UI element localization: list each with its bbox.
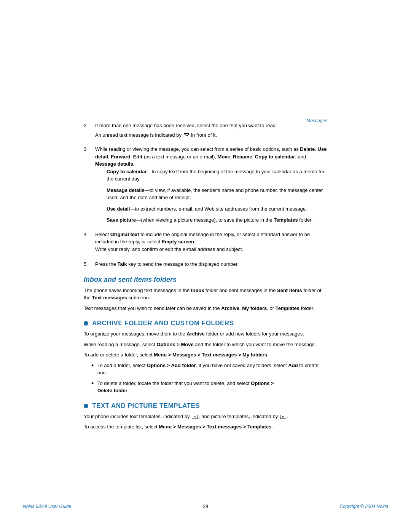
archive-bullet-list: • To add a folder, select Options > Add …	[91, 362, 327, 395]
item-2-sub: An unread text message is indicated by i…	[95, 131, 327, 139]
archive-section: ARCHIVE FOLDER AND CUSTOM FOLDERS To org…	[84, 320, 327, 395]
text-template-icon: T	[192, 415, 198, 419]
page: Messages 2 If more than one message has …	[0, 0, 411, 532]
page-category: Messages	[306, 118, 327, 123]
templates-heading: TEXT AND PICTURE TEMPLATES	[92, 402, 200, 410]
sub-message-details: Message details—to view, if available, t…	[107, 187, 327, 201]
item-3-text: While reading or viewing the message, yo…	[95, 146, 327, 167]
bullet-add-content: To add a folder, select Options > Add fo…	[97, 362, 327, 377]
templates-heading-container: TEXT AND PICTURE TEMPLATES	[84, 402, 327, 410]
archive-para3: To add or delete a folder, select Menu >…	[84, 351, 327, 359]
item-number-5: 5	[84, 260, 95, 268]
templates-bullet	[84, 404, 88, 408]
page-footer: Nokia 6820i User Guide 29 Copyright © 20…	[23, 504, 388, 509]
bullet-dot-add: •	[91, 362, 97, 377]
bullet-delete-content: To delete a folder, locate the folder th…	[97, 380, 327, 395]
inbox-para2: Text messages that you wish to send late…	[84, 305, 327, 312]
category-label: Messages	[306, 118, 327, 123]
numbered-item-2: 2 If more than one message has been rece…	[84, 122, 327, 142]
item-content-4: Select Original text to include the orig…	[95, 231, 327, 257]
item-content-5: Press the Talk key to send the message t…	[95, 260, 327, 268]
numbered-item-5: 5 Press the Talk key to send the message…	[84, 260, 327, 268]
archive-bullet-delete: • To delete a folder, locate the folder …	[91, 380, 327, 395]
content-area: Messages 2 If more than one message has …	[61, 0, 350, 473]
templates-section: TEXT AND PICTURE TEMPLATES Your phone in…	[84, 402, 327, 431]
inbox-para1: The phone saves incoming text messages i…	[84, 287, 327, 302]
archive-bullet	[84, 321, 88, 326]
bullet-dot-delete: •	[91, 380, 97, 395]
footer-page-number: 29	[203, 504, 208, 509]
item-2-text: If more than one message has been receiv…	[95, 123, 277, 128]
templates-para2: To access the template list, select Menu…	[84, 423, 327, 431]
templates-para1: Your phone includes text templates, indi…	[84, 413, 327, 420]
picture-template-icon: P	[280, 415, 286, 419]
item-content-2: If more than one message has been receiv…	[95, 122, 327, 142]
item-number-2: 2	[84, 122, 95, 142]
archive-para1: To organize your messages, move them to …	[84, 330, 327, 338]
item-content-3: While reading or viewing the message, yo…	[95, 145, 327, 227]
sub-use-detail: Use detail—to extract numbers, e-mail, a…	[107, 205, 327, 213]
archive-heading-container: ARCHIVE FOLDER AND CUSTOM FOLDERS	[84, 320, 327, 327]
item-5-text: Press the Talk key to send the message t…	[95, 261, 239, 267]
sub-copy-to-calendar: Copy to calendar—to copy text from the b…	[107, 168, 327, 183]
footer-right: Copyright © 2004 Nokia	[339, 504, 388, 509]
inbox-heading: Inbox and sent items folders	[84, 276, 327, 284]
sub-save-picture: Save picture—(when viewing a picture mes…	[107, 216, 327, 224]
inbox-section: Inbox and sent items folders The phone s…	[84, 276, 327, 312]
item-number-4: 4	[84, 231, 95, 257]
archive-heading: ARCHIVE FOLDER AND CUSTOM FOLDERS	[92, 320, 234, 327]
numbered-item-4: 4 Select Original text to include the or…	[84, 231, 327, 257]
archive-para2: While reading a message, select Options …	[84, 341, 327, 348]
footer-left: Nokia 6820i User Guide	[23, 504, 71, 509]
item-4-sub: Write your reply, and confirm or edit th…	[95, 246, 327, 253]
numbered-item-3: 3 While reading or viewing the message, …	[84, 145, 327, 227]
archive-bullet-add: • To add a folder, select Options > Add …	[91, 362, 327, 377]
item-4-text: Select Original text to include the orig…	[95, 232, 310, 245]
item-number-3: 3	[84, 145, 95, 227]
envelope-icon	[184, 133, 189, 137]
